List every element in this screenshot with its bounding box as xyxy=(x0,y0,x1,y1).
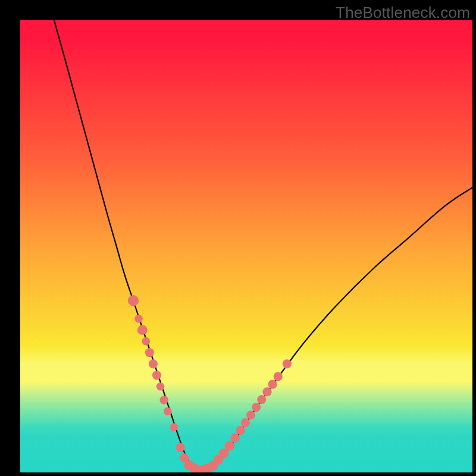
data-marker xyxy=(225,441,235,451)
data-marker xyxy=(164,408,172,416)
data-marker xyxy=(230,434,239,443)
data-marker xyxy=(142,337,151,346)
data-marker xyxy=(160,396,168,404)
data-marker xyxy=(176,443,184,452)
data-marker xyxy=(257,395,266,404)
chart-frame: TheBottleneck.com xyxy=(0,0,476,476)
data-marker xyxy=(268,380,277,389)
plot-area xyxy=(20,20,472,472)
data-marker xyxy=(283,359,292,368)
data-marker xyxy=(252,403,261,412)
marker-group xyxy=(128,295,292,472)
curve-layer xyxy=(20,20,472,472)
data-marker xyxy=(156,383,165,391)
data-marker xyxy=(134,315,143,323)
data-marker xyxy=(170,423,178,431)
data-marker xyxy=(152,371,161,380)
data-marker xyxy=(149,359,158,368)
data-marker xyxy=(241,418,250,427)
data-marker xyxy=(262,387,271,396)
watermark-text: TheBottleneck.com xyxy=(336,4,470,22)
data-marker xyxy=(246,411,255,419)
data-marker xyxy=(128,295,139,306)
data-marker xyxy=(145,348,154,357)
data-marker xyxy=(236,426,245,435)
data-marker xyxy=(274,372,283,381)
data-marker xyxy=(137,325,148,335)
